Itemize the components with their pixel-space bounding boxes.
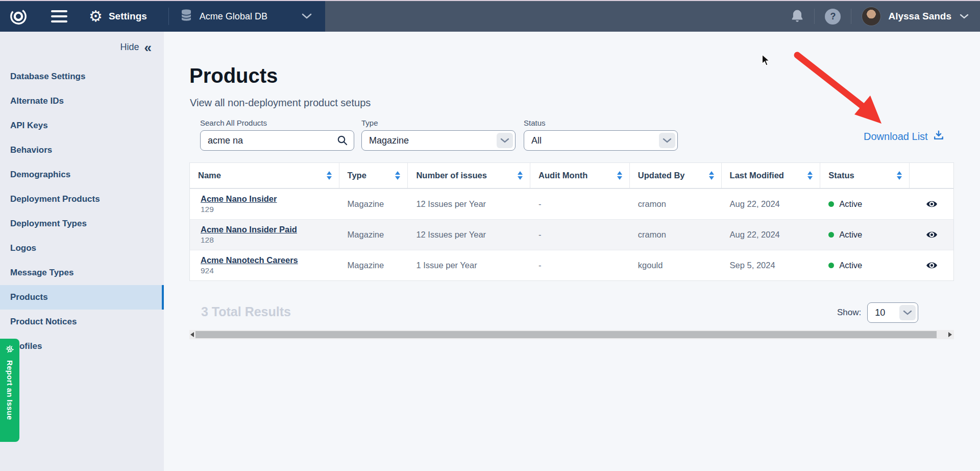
- top-nav-right: ? Alyssa Sands: [325, 1, 980, 32]
- type-filter-group: Type Magazine: [361, 119, 516, 151]
- sort-icon: [709, 171, 714, 180]
- page-size-control: Show: 10: [837, 302, 918, 323]
- updated-by-cell: kgould: [630, 250, 722, 280]
- user-avatar[interactable]: [862, 7, 881, 26]
- issues-cell: 12 Issues per Year: [408, 189, 530, 219]
- status-filter-group: Status All: [524, 119, 678, 151]
- sort-icon: [518, 171, 523, 180]
- sort-icon: [327, 171, 332, 180]
- type-filter-label: Type: [361, 119, 516, 127]
- column-header-type[interactable]: Type: [339, 163, 408, 188]
- product-name-cell: Acme Nano Insider 129: [190, 189, 339, 219]
- product-id: 924: [201, 266, 214, 275]
- nav-divider: [851, 9, 851, 24]
- top-nav-left: ⚙ Settings Acme Global DB: [0, 1, 325, 32]
- product-id: 129: [201, 205, 214, 214]
- product-name-link[interactable]: Acme Nano Insider: [201, 194, 277, 204]
- sidebar-item-behaviors[interactable]: Behaviors: [0, 138, 164, 162]
- user-menu-chevron-down-icon[interactable]: [960, 12, 969, 21]
- collapse-double-chevron-icon: «: [144, 42, 152, 53]
- column-header-last-modified[interactable]: Last Modified: [722, 163, 821, 188]
- sidebar-item-deployment-types[interactable]: Deployment Types: [0, 211, 164, 236]
- notifications-bell-icon[interactable]: [791, 9, 804, 23]
- hide-label: Hide: [120, 42, 139, 53]
- download-icon: [933, 130, 944, 144]
- audit-month-cell: -: [530, 189, 630, 219]
- type-select[interactable]: Magazine: [361, 130, 516, 151]
- page-size-value: 10: [875, 308, 885, 318]
- status-active-dot: [828, 232, 834, 238]
- audit-month-cell: -: [530, 250, 630, 280]
- scroll-left-arrow-icon[interactable]: [190, 332, 194, 337]
- sidebar-hide-button[interactable]: Hide «: [120, 42, 152, 53]
- status-select[interactable]: All: [524, 130, 678, 151]
- help-icon[interactable]: ?: [825, 9, 841, 25]
- page-title: Products: [189, 64, 278, 87]
- product-name-link[interactable]: Acme Nanotech Careers: [201, 255, 298, 265]
- menu-hamburger-icon[interactable]: [51, 10, 67, 22]
- table-row: Acme Nanotech Careers 924 Magazine 1 Iss…: [190, 250, 953, 280]
- database-chevron-down-icon[interactable]: [302, 12, 312, 21]
- settings-sidebar: Hide « Database Settings Alternate IDs A…: [0, 32, 164, 471]
- audit-month-cell: -: [530, 220, 630, 250]
- sidebar-item-deployment-products[interactable]: Deployment Products: [0, 187, 164, 211]
- app-logo-icon[interactable]: [8, 6, 29, 27]
- sidebar-item-profiles[interactable]: Profiles: [0, 334, 164, 359]
- sidebar-item-database-settings[interactable]: Database Settings: [0, 64, 164, 89]
- search-icon[interactable]: [337, 135, 348, 148]
- status-select-value: All: [531, 135, 542, 146]
- chevron-down-icon: [659, 133, 675, 148]
- user-name[interactable]: Alyssa Sands: [888, 11, 951, 22]
- product-name-cell: Acme Nano Insider Paid 128: [190, 220, 339, 250]
- total-results: 3 Total Results: [201, 304, 291, 319]
- type-cell: Magazine: [339, 250, 408, 280]
- status-cell: Active: [820, 220, 910, 250]
- download-list-button[interactable]: Download List: [864, 130, 944, 144]
- search-filter-group: Search All Products: [200, 119, 354, 151]
- scroll-right-arrow-icon[interactable]: [948, 332, 952, 337]
- sidebar-item-products[interactable]: Products: [0, 285, 164, 310]
- product-name-link[interactable]: Acme Nano Insider Paid: [201, 225, 297, 234]
- table-row: Acme Nano Insider Paid 128 Magazine 12 I…: [190, 219, 953, 250]
- issues-cell: 1 Issue per Year: [408, 250, 530, 280]
- sidebar-item-product-notices[interactable]: Product Notices: [0, 310, 164, 334]
- mouse-cursor: [761, 54, 772, 66]
- chevron-down-icon: [899, 305, 916, 320]
- status-active-dot: [828, 201, 834, 207]
- search-input[interactable]: [200, 130, 354, 151]
- report-an-issue-tab[interactable]: Report an Issue: [0, 339, 19, 442]
- view-eye-button[interactable]: [910, 189, 953, 219]
- scrollbar-thumb[interactable]: [195, 331, 937, 338]
- table-header-row: Name Type Number of issues Audit Month U…: [190, 163, 953, 189]
- column-header-number-of-issues[interactable]: Number of issues: [408, 163, 530, 188]
- page-size-select[interactable]: 10: [867, 302, 918, 323]
- products-table: Name Type Number of issues Audit Month U…: [189, 162, 954, 281]
- sidebar-item-demographics[interactable]: Demographics: [0, 162, 164, 187]
- view-eye-button[interactable]: [910, 250, 953, 280]
- last-modified-cell: Aug 22, 2024: [722, 189, 821, 219]
- sidebar-item-message-types[interactable]: Message Types: [0, 261, 164, 285]
- issues-cell: 12 Issues per Year: [408, 220, 530, 250]
- horizontal-scrollbar[interactable]: [189, 330, 954, 339]
- sidebar-item-logos[interactable]: Logos: [0, 236, 164, 261]
- sort-icon: [897, 171, 902, 180]
- report-an-issue-label: Report an Issue: [6, 360, 14, 420]
- column-header-actions: [910, 163, 953, 188]
- column-header-audit-month[interactable]: Audit Month: [530, 163, 630, 188]
- column-header-status[interactable]: Status: [820, 163, 910, 188]
- sidebar-item-api-keys[interactable]: API Keys: [0, 113, 164, 138]
- sidebar-item-alternate-ids[interactable]: Alternate IDs: [0, 89, 164, 113]
- type-select-value: Magazine: [369, 135, 409, 146]
- column-header-name[interactable]: Name: [190, 163, 339, 188]
- settings-gear-icon: ⚙: [89, 9, 103, 24]
- column-header-updated-by[interactable]: Updated By: [630, 163, 722, 188]
- sort-icon: [807, 171, 813, 180]
- sort-icon: [395, 171, 400, 180]
- sort-icon: [617, 171, 622, 180]
- view-eye-button[interactable]: [910, 220, 953, 250]
- database-selector-label[interactable]: Acme Global DB: [200, 11, 267, 22]
- database-icon: [180, 8, 192, 25]
- status-filter-label: Status: [524, 119, 678, 127]
- top-nav: ⚙ Settings Acme Global DB ? Alyssa Sands: [0, 0, 980, 32]
- download-list-label: Download List: [864, 131, 928, 143]
